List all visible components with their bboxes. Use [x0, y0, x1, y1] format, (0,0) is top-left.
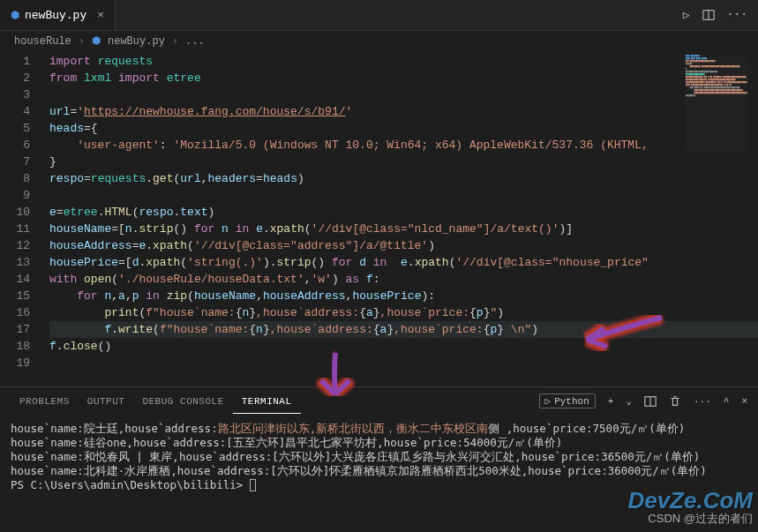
split-editor-icon[interactable]	[702, 8, 715, 22]
code-area[interactable]: import requestsfrom lxml import etreeurl…	[37, 51, 758, 386]
terminal-line: house`name:和悦春风 | 東岸,house`address:[六环以外…	[11, 450, 747, 464]
chevron-right-icon: ›	[172, 35, 178, 48]
line-number: 13	[0, 254, 30, 271]
breadcrumb-file[interactable]: newBuy.py	[108, 35, 165, 48]
chevron-right-icon: ›	[79, 35, 85, 48]
tab-terminal[interactable]: TERMINAL	[233, 396, 301, 414]
tab-bar: ⬢ newBuy.py × ▷ ···	[0, 0, 758, 31]
shell-selector[interactable]: ▷ Python	[539, 393, 596, 408]
debug-icon: ▷	[545, 395, 552, 407]
code-line[interactable]: print(f"house`name:{n},house`address:{a}…	[49, 304, 758, 321]
line-number: 5	[0, 120, 30, 137]
terminal-line: house`name:院士廷,house`address:路北区问津街以东,新桥…	[11, 422, 747, 436]
line-number: 15	[0, 288, 30, 304]
line-number: 16	[0, 304, 30, 321]
line-number: 10	[0, 204, 30, 221]
terminal-output[interactable]: house`name:院士廷,house`address:路北区问津街以东,新桥…	[0, 415, 758, 499]
editor-tab[interactable]: ⬢ newBuy.py ×	[0, 0, 116, 30]
run-icon[interactable]: ▷	[683, 8, 690, 22]
code-line[interactable]: from lxml import etree	[49, 70, 758, 86]
code-line[interactable]	[49, 86, 758, 103]
breadcrumb[interactable]: houseRule › ⬢ newBuy.py › ...	[0, 31, 758, 51]
minimap[interactable]: ████ ████████ ████ ████ ████ █████ ███ █…	[686, 55, 747, 152]
code-line[interactable]: for n,a,p in zip(houseName,houseAddress,…	[49, 288, 758, 304]
line-number: 7	[0, 154, 30, 170]
python-icon: ⬢	[92, 34, 101, 48]
panel-tabs: PROBLEMS OUTPUT DEBUG CONSOLE TERMINAL ▷…	[0, 386, 758, 415]
trash-icon[interactable]	[669, 395, 681, 408]
code-line[interactable]: url='https://newhouse.fang.com/house/s/b…	[49, 103, 758, 120]
code-line[interactable]: housePrice=[d.xpath('string(.)').strip()…	[49, 254, 758, 271]
terminal-line: house`name:硅谷one,house`address:[五至六环]昌平北…	[11, 436, 747, 450]
code-line[interactable]: f.write(f"house`name:{n},house`address:{…	[49, 321, 758, 338]
close-icon[interactable]: ×	[97, 9, 104, 22]
code-line[interactable]: with open('./houseRule/houseData.txt','w…	[49, 271, 758, 288]
code-line[interactable]: 'user-agent': 'Mozilla/5.0 (Windows NT 1…	[49, 137, 758, 154]
code-line[interactable]: f.close()	[49, 338, 758, 355]
line-number: 9	[0, 187, 30, 204]
watermark-credit: CSDN @过去的者们	[627, 511, 753, 527]
line-number: 19	[0, 355, 30, 371]
terminal-prompt[interactable]: PS C:\Users\admin\Desktop\bilibili>	[11, 478, 747, 492]
add-terminal-icon[interactable]: +	[608, 396, 614, 407]
line-number: 11	[0, 221, 30, 237]
tab-output[interactable]: OUTPUT	[79, 396, 134, 407]
code-line[interactable]: houseAddress=e.xpath('//div[@class="addr…	[49, 237, 758, 254]
line-number: 8	[0, 170, 30, 187]
tab-filename: newBuy.py	[25, 9, 86, 22]
line-number: 12	[0, 237, 30, 254]
close-panel-icon[interactable]: ×	[741, 396, 747, 407]
line-number: 18	[0, 338, 30, 355]
terminal-line: house`name:北科建·水岸雁栖,house`address:[六环以外]…	[11, 464, 747, 478]
line-gutter: 12345678910111213141516171819	[0, 51, 37, 386]
line-number: 4	[0, 103, 30, 120]
line-number: 3	[0, 86, 30, 103]
line-number: 1	[0, 53, 30, 70]
split-terminal-icon[interactable]	[644, 395, 657, 408]
panel-actions: ▷ Python + ⌄ ··· ^ ×	[539, 393, 748, 408]
code-line[interactable]	[49, 187, 758, 204]
code-line[interactable]: e=etree.HTML(respo.text)	[49, 204, 758, 221]
maximize-icon[interactable]: ^	[724, 396, 730, 407]
code-line[interactable]: }	[49, 154, 758, 170]
code-line[interactable]: houseName=[n.strip() for n in e.xpath('/…	[49, 221, 758, 237]
python-icon: ⬢	[11, 9, 19, 22]
tab-debug[interactable]: DEBUG CONSOLE	[133, 396, 232, 407]
code-line[interactable]	[49, 355, 758, 371]
line-number: 14	[0, 271, 30, 288]
code-line[interactable]: heads={	[49, 120, 758, 137]
more-icon[interactable]: ···	[694, 396, 711, 407]
editor[interactable]: 12345678910111213141516171819 import req…	[0, 51, 758, 386]
chevron-down-icon[interactable]: ⌄	[626, 395, 632, 407]
line-number: 6	[0, 137, 30, 154]
line-number: 2	[0, 70, 30, 86]
tab-problems[interactable]: PROBLEMS	[11, 396, 79, 407]
code-line[interactable]: respo=requests.get(url,headers=heads)	[49, 170, 758, 187]
editor-actions: ▷ ···	[683, 8, 758, 22]
breadcrumb-folder[interactable]: houseRule	[14, 35, 71, 48]
line-number: 17	[0, 321, 30, 338]
code-line[interactable]: import requests	[49, 53, 758, 70]
breadcrumb-suffix[interactable]: ...	[185, 35, 205, 48]
more-icon[interactable]: ···	[727, 8, 747, 22]
